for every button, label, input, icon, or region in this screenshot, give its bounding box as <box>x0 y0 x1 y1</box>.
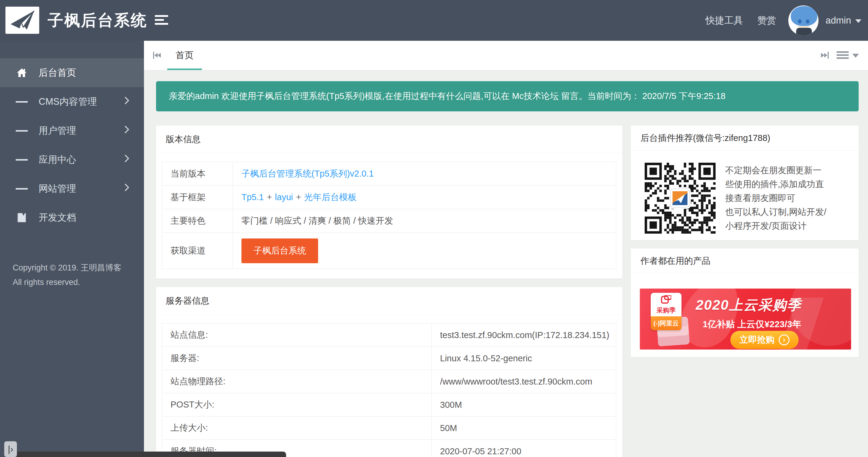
list-icon <box>16 125 28 137</box>
row-value: 50M <box>432 417 616 440</box>
get-system-button[interactable]: 子枫后台系统 <box>242 239 318 263</box>
chevron-right-icon <box>124 96 129 107</box>
server-table: 站点信息: test3.test.zf.90ckm.com(IP:172.18.… <box>162 323 616 457</box>
sidebar-item-label: 网站管理 <box>39 182 76 195</box>
home-icon <box>16 67 28 79</box>
sidebar-item-label: 用户管理 <box>39 124 76 137</box>
card-title: 后台插件推荐(微信号:zifeng1788) <box>631 126 859 151</box>
table-row: 上传大小: 50M <box>162 417 616 440</box>
template-link[interactable]: 光年后台模板 <box>304 192 357 202</box>
sidebar-item-site[interactable]: 网站管理 <box>0 174 144 203</box>
username-label: admin <box>826 15 851 26</box>
list-icon <box>16 154 28 166</box>
row-label: 主要特色 <box>162 209 233 233</box>
shortcut-tools-link[interactable]: 快捷工具 <box>706 14 743 27</box>
tab-label: 首页 <box>176 49 194 62</box>
tp5-link[interactable]: Tp5.1 <box>242 192 264 202</box>
row-value: 2020-07-05 21:27:00 <box>432 440 616 457</box>
chevron-right-icon <box>124 125 129 136</box>
top-header: 子枫后台系统 快捷工具 赞赏 admin <box>0 0 868 41</box>
table-row: 站点物理路径: /www/wwwroot/test3.test.zf.90ckm… <box>162 370 616 393</box>
desc-line: 也可以私人订制,网站开发/ <box>725 205 826 219</box>
sidebar-item-label: 应用中心 <box>39 153 76 166</box>
copyright-line1: Copyright © 2019. 王明昌博客 <box>13 261 122 275</box>
version-table: 当前版本 子枫后台管理系统(Tp5系列)v2.0.1 基于框架 Tp5.1+la… <box>162 162 616 269</box>
qr-center-logo <box>670 188 690 208</box>
badge-season-label: 采购季 <box>651 306 681 314</box>
badge-brand-label: 阿里云 <box>660 319 679 327</box>
current-version-link[interactable]: 子枫后台管理系统(Tp5系列)v2.0.1 <box>242 169 374 178</box>
paper-plane-icon <box>9 10 35 31</box>
arrow-right-icon: › <box>779 334 789 345</box>
chevron-right-icon <box>124 154 129 165</box>
header-right: 快捷工具 赞赏 admin <box>691 0 861 41</box>
table-row: 当前版本 子枫后台管理系统(Tp5系列)v2.0.1 <box>162 162 616 186</box>
row-value: 300M <box>432 393 616 417</box>
wechat-qr-code <box>645 163 716 234</box>
tab-bar: 首页 <box>144 41 868 70</box>
browser-status-tooltip <box>17 452 286 457</box>
table-row: POST大小: 300M <box>162 393 616 417</box>
copyright-line2: All rights reserved. <box>13 275 122 290</box>
chevron-right-icon <box>124 183 129 194</box>
row-label: 服务器: <box>162 347 432 370</box>
buy-now-button[interactable]: 立即抢购 › <box>731 331 799 349</box>
table-row: 服务器: Linux 4.15.0-52-generic <box>162 347 616 370</box>
row-value: Linux 4.15.0-52-generic <box>432 347 616 370</box>
row-label: POST大小: <box>162 393 432 417</box>
desc-line: 接查看朋友圈即可 <box>725 191 826 205</box>
main-area: 首页 亲爱的admin 欢迎使用子枫后台管理系统(Tp5系列)模版,在使用过程中… <box>144 41 868 457</box>
tabs-scroll-left-icon[interactable] <box>152 51 161 61</box>
caigou-season-icon <box>661 295 671 304</box>
sidebar-item-users[interactable]: 用户管理 <box>0 116 144 145</box>
copyright: Copyright © 2019. 王明昌博客 All rights reser… <box>13 261 122 290</box>
row-label: 当前版本 <box>162 162 233 186</box>
sidebar-item-home[interactable]: 后台首页 <box>0 58 144 87</box>
table-row: 站点信息: test3.test.zf.90ckm.com(IP:172.18.… <box>162 324 616 347</box>
sidebar-menu: 后台首页 CMS内容管理 用户管理 应用中心 <box>0 41 144 232</box>
row-label: 获取渠道 <box>162 233 233 269</box>
card-title: 作者都在用的产品 <box>631 248 859 273</box>
sidebar-item-cms[interactable]: CMS内容管理 <box>0 87 144 116</box>
plugin-description: 不定期会在朋友圈更新一 些使用的插件,添加成功直 接查看朋友圈即可 也可以私人订… <box>725 163 826 234</box>
row-value: test3.test.zf.90ckm.com(IP:172.18.234.15… <box>432 324 616 347</box>
table-row: 主要特色 零门槛 / 响应式 / 清爽 / 极简 / 快速开发 <box>162 209 616 233</box>
user-avatar[interactable] <box>788 5 818 36</box>
tab-home[interactable]: 首页 <box>167 41 202 70</box>
sidebar-item-apps[interactable]: 应用中心 <box>0 145 144 174</box>
sidebar-item-label: 后台首页 <box>39 66 76 79</box>
row-label: 基于框架 <box>162 186 233 209</box>
row-label: 上传大小: <box>162 417 432 440</box>
welcome-banner: 亲爱的admin 欢迎使用子枫后台管理系统(Tp5系列)模版,在使用过程中有什么… <box>156 81 859 111</box>
card-title: 版本信息 <box>156 126 622 153</box>
content-area: 亲爱的admin 欢迎使用子枫后台管理系统(Tp5系列)模版,在使用过程中有什么… <box>144 70 868 457</box>
card-title: 服务器信息 <box>156 287 622 314</box>
tabs-scroll-right-icon[interactable] <box>820 51 829 61</box>
ad-headline: 2020上云采购季 <box>696 296 801 314</box>
app-logo[interactable] <box>5 7 39 34</box>
plugin-card-body: 不定期会在朋友圈更新一 些使用的插件,添加成功直 接查看朋友圈即可 也可以私人订… <box>631 151 859 234</box>
admin-dashboard: 子枫后台系统 快捷工具 赞赏 admin 后台首页 <box>0 0 868 457</box>
sidebar-collapse-button[interactable]: |› <box>4 441 17 457</box>
app-title: 子枫后台系统 <box>48 0 147 41</box>
server-info-card: 服务器信息 站点信息: test3.test.zf.90ckm.com(IP:1… <box>156 287 622 457</box>
sidebar-toggle-icon[interactable] <box>155 15 169 26</box>
table-row: 基于框架 Tp5.1+layui+光年后台模板 <box>162 186 616 209</box>
buy-now-label: 立即抢购 <box>739 334 774 346</box>
desc-line: 小程序开发/页面设计 <box>725 219 826 233</box>
aliyun-ad-banner[interactable]: 采购季 (-)阿里云 2020上云采购季 1亿补贴 上云仅¥223/3年 立即抢… <box>640 288 851 349</box>
sidebar-item-label: CMS内容管理 <box>39 95 97 108</box>
tabs-menu-icon[interactable] <box>837 50 859 60</box>
table-row: 获取渠道 子枫后台系统 <box>162 233 616 269</box>
sidebar-item-docs[interactable]: 开发文档 <box>0 203 144 232</box>
ad-badge: 采购季 (-)阿里云 <box>651 293 681 330</box>
sidebar: 后台首页 CMS内容管理 用户管理 应用中心 <box>0 41 144 457</box>
layui-link[interactable]: layui <box>275 192 293 202</box>
sidebar-item-label: 开发文档 <box>39 211 76 224</box>
donate-link[interactable]: 赞赏 <box>757 14 776 27</box>
plugin-promo-card: 后台插件推荐(微信号:zifeng1788) 不定期会在朋友圈更新一 些使用的插… <box>631 126 859 240</box>
desc-line: 不定期会在朋友圈更新一 <box>725 163 826 177</box>
list-icon <box>16 183 28 195</box>
plus-separator: + <box>267 192 272 202</box>
user-menu[interactable]: admin <box>826 15 861 26</box>
